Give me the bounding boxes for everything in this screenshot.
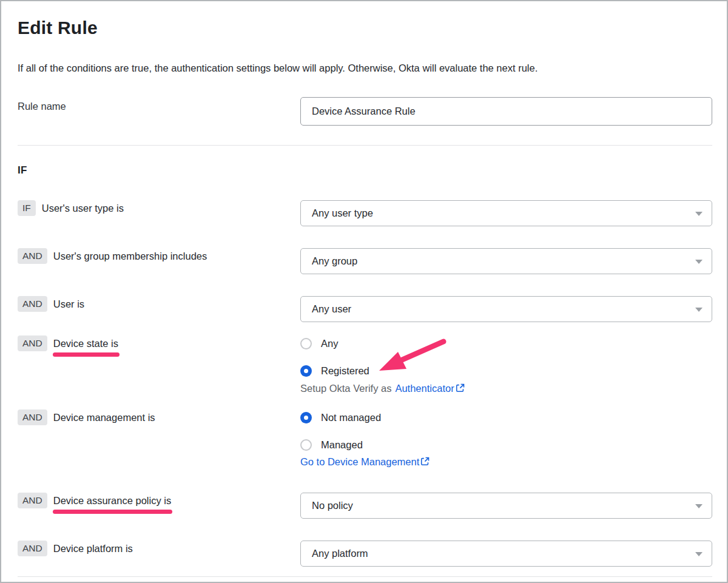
condition-badge: AND	[18, 335, 47, 351]
caret-down-icon	[695, 552, 703, 556]
condition-row-user-type: IF User's user type is Any user type	[18, 200, 712, 226]
condition-badge: AND	[18, 409, 47, 425]
condition-row-user: AND User is Any user	[18, 296, 712, 322]
group-select[interactable]: Any group	[300, 248, 712, 274]
condition-label: User's group membership includes	[53, 251, 207, 262]
condition-label: User is	[53, 298, 84, 310]
condition-label: Device platform is	[53, 543, 133, 554]
if-section-heading: IF	[18, 164, 27, 177]
condition-row-group: AND User's group membership includes Any…	[18, 248, 712, 274]
condition-label: Device management is	[53, 412, 155, 423]
rule-name-label: Rule name	[18, 101, 66, 112]
page-title: Edit Rule	[18, 18, 98, 38]
radio-option-registered[interactable]: Registered	[300, 363, 712, 379]
setup-okta-verify-helper: Setup Okta Verify as Authenticator	[300, 383, 712, 394]
authenticator-link[interactable]: Authenticator	[395, 383, 464, 394]
rule-description: If all of the conditions are true, the a…	[18, 62, 538, 74]
radio-label: Not managed	[321, 412, 381, 423]
condition-badge: IF	[18, 200, 36, 216]
caret-down-icon	[695, 212, 703, 216]
select-value: Any user type	[312, 207, 373, 219]
radio-label: Any	[321, 338, 338, 349]
condition-badge: AND	[18, 541, 47, 556]
radio-option-any[interactable]: Any	[300, 335, 712, 351]
radio-selected-icon[interactable]	[300, 412, 312, 423]
select-value: Any user	[312, 303, 351, 315]
condition-row-device-state: AND Device state is Any Registered Setup…	[18, 335, 712, 394]
condition-label: Device assurance policy is	[53, 495, 171, 507]
device-management-link[interactable]: Go to Device Management	[300, 456, 430, 468]
external-link-icon	[456, 383, 465, 393]
divider	[18, 145, 712, 146]
user-type-select[interactable]: Any user type	[300, 200, 712, 226]
radio-label: Managed	[321, 439, 363, 451]
condition-badge: AND	[18, 296, 47, 312]
user-select[interactable]: Any user	[300, 296, 712, 322]
edit-rule-dialog: Edit Rule If all of the conditions are t…	[0, 0, 728, 583]
condition-label: Device state is	[53, 338, 118, 349]
select-value: Any group	[312, 255, 357, 267]
condition-badge: AND	[18, 248, 47, 264]
assurance-policy-select[interactable]: No policy	[300, 493, 712, 519]
external-link-icon	[420, 457, 430, 466]
platform-select[interactable]: Any platform	[300, 541, 712, 567]
condition-row-device-management: AND Device management is Not managed Man…	[18, 409, 712, 468]
select-value: No policy	[312, 500, 353, 511]
condition-row-platform: AND Device platform is Any platform	[18, 541, 712, 567]
radio-icon[interactable]	[300, 439, 312, 451]
caret-down-icon	[695, 260, 703, 264]
condition-badge: AND	[18, 493, 47, 508]
select-value: Any platform	[312, 548, 368, 559]
radio-label: Registered	[321, 365, 369, 377]
caret-down-icon	[695, 504, 703, 508]
caret-down-icon	[695, 308, 703, 312]
condition-row-assurance-policy: AND Device assurance policy is No policy	[18, 493, 712, 519]
radio-option-not-managed[interactable]: Not managed	[300, 409, 712, 425]
divider	[18, 576, 712, 577]
condition-label: User's user type is	[42, 203, 124, 214]
radio-icon[interactable]	[300, 338, 312, 349]
rule-name-input[interactable]	[300, 97, 712, 126]
radio-option-managed[interactable]: Managed	[300, 437, 712, 453]
helper-prefix: Setup Okta Verify as	[300, 383, 391, 394]
radio-selected-icon[interactable]	[300, 365, 312, 377]
